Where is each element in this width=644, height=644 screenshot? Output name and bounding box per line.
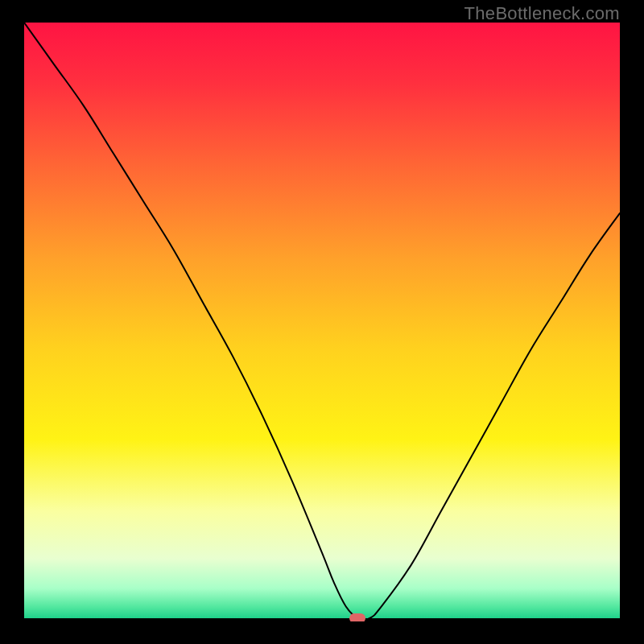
watermark-text: TheBottleneck.com bbox=[464, 3, 620, 24]
optimal-point-marker bbox=[349, 613, 365, 621]
bottleneck-curve bbox=[24, 23, 620, 618]
plot-area bbox=[24, 23, 620, 621]
chart-figure: TheBottleneck.com bbox=[0, 0, 644, 644]
